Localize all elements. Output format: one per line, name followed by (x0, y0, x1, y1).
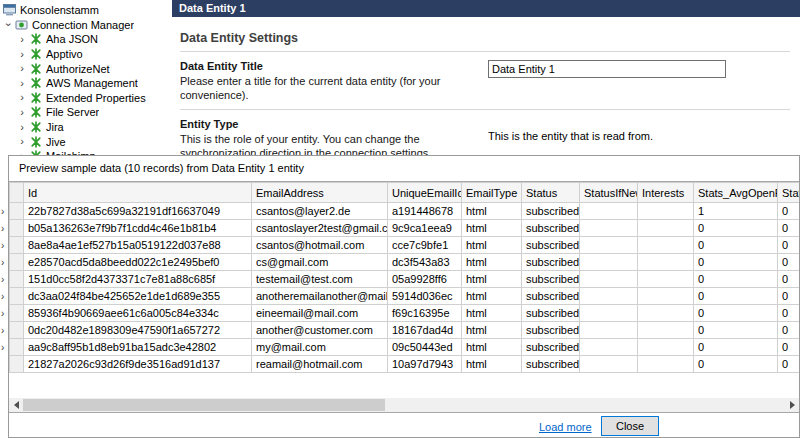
table-cell[interactable]: html (462, 356, 522, 373)
table-cell[interactable]: 0 (694, 339, 778, 356)
table-cell[interactable]: subscribed (522, 288, 580, 305)
tree-item-apptivo[interactable]: ›Apptivo (0, 47, 172, 62)
column-header-stats-avgopenrate[interactable]: Stats_AvgOpenRate (694, 183, 778, 203)
table-cell[interactable]: 0 (694, 220, 778, 237)
table-cell[interactable] (638, 305, 694, 322)
table-cell[interactable]: subscribed (522, 305, 580, 322)
column-header-statusifnew[interactable]: StatusIfNew (580, 183, 638, 203)
table-cell[interactable]: 0 (778, 254, 800, 271)
table-cell[interactable] (638, 339, 694, 356)
tree-item-file-server[interactable]: ›File Server (0, 105, 172, 120)
table-cell[interactable]: subscribed (522, 271, 580, 288)
table-cell[interactable]: csantos@layer2.de (252, 203, 388, 220)
table-cell[interactable]: csantoslayer2test@gmail.com (252, 220, 388, 237)
table-cell[interactable] (638, 322, 694, 339)
table-cell[interactable]: anotheremailanother@mail.com (252, 288, 388, 305)
chevron-right-icon[interactable]: › (16, 78, 28, 89)
table-cell[interactable] (580, 254, 638, 271)
tree-item-aws-management[interactable]: ›AWS Management (0, 76, 172, 91)
table-cell[interactable] (580, 305, 638, 322)
table-cell[interactable]: dc3aa024f84be425652e1de1d689e355 (24, 288, 252, 305)
table-cell[interactable]: 09c50443ed (388, 339, 462, 356)
table-cell[interactable]: 0 (778, 339, 800, 356)
table-cell[interactable]: 05a9928ff6 (388, 271, 462, 288)
tree-item-jive[interactable]: ›Jive (0, 134, 172, 149)
table-cell[interactable]: f69c16395e (388, 305, 462, 322)
table-cell[interactable] (638, 288, 694, 305)
table-cell[interactable] (580, 220, 638, 237)
table-cell[interactable]: 0 (694, 271, 778, 288)
chevron-right-icon[interactable]: › (16, 49, 28, 60)
column-header-interests[interactable]: Interests (638, 183, 694, 203)
tree-item-aha-json[interactable]: ›Aha JSON (0, 32, 172, 47)
chevron-right-icon[interactable]: › (16, 34, 28, 45)
chevron-expanded-icon[interactable]: › (3, 19, 14, 31)
table-cell[interactable]: 0 (778, 305, 800, 322)
table-cell[interactable]: 0 (778, 356, 800, 373)
column-header-id[interactable]: Id (24, 183, 252, 203)
table-cell[interactable]: 151d0cc58f2d4373371c7e81a88c685f (24, 271, 252, 288)
table-cell[interactable] (638, 356, 694, 373)
table-cell[interactable]: 0 (778, 271, 800, 288)
table-cell[interactable]: subscribed (522, 203, 580, 220)
table-cell[interactable] (638, 220, 694, 237)
table-cell[interactable]: 9c9ca1eea9 (388, 220, 462, 237)
table-cell[interactable] (580, 271, 638, 288)
table-cell[interactable]: html (462, 322, 522, 339)
table-cell[interactable]: 0 (778, 322, 800, 339)
table-cell[interactable]: subscribed (522, 339, 580, 356)
table-cell[interactable]: 21827a2026c93d26f9de3516ad91d137 (24, 356, 252, 373)
table-cell[interactable]: subscribed (522, 356, 580, 373)
row-header-cell[interactable] (10, 288, 24, 305)
table-cell[interactable]: html (462, 339, 522, 356)
table-cell[interactable]: testemail@test.com (252, 271, 388, 288)
table-cell[interactable]: html (462, 203, 522, 220)
table-cell[interactable]: 0 (778, 220, 800, 237)
row-header-cell[interactable] (10, 220, 24, 237)
table-cell[interactable] (638, 203, 694, 220)
column-header-emailaddress[interactable]: EmailAddress (252, 183, 388, 203)
table-cell[interactable]: 0 (778, 288, 800, 305)
load-more-link[interactable]: Load more (539, 421, 592, 433)
table-cell[interactable]: 0 (778, 203, 800, 220)
column-header-status[interactable]: Status (522, 183, 580, 203)
table-cell[interactable]: my@mail.com (252, 339, 388, 356)
table-cell[interactable]: 8ae8a4ae1ef527b15a0519122d037e88 (24, 237, 252, 254)
table-cell[interactable]: 22b7827d38a5c699a32191df16637049 (24, 203, 252, 220)
table-cell[interactable]: 0 (694, 237, 778, 254)
table-cell[interactable]: cce7c9bfe1 (388, 237, 462, 254)
scroll-left-button[interactable] (9, 398, 23, 412)
row-header-cell[interactable] (10, 271, 24, 288)
column-header-stats-avgclickrate[interactable]: Stats_AvgClickRate (778, 183, 800, 203)
table-cell[interactable]: html (462, 220, 522, 237)
column-header-emailtype[interactable]: EmailType (462, 183, 522, 203)
table-cell[interactable]: 5914d036ec (388, 288, 462, 305)
tree-item-konsolenstamm[interactable]: Konsolenstamm (0, 3, 172, 18)
table-cell[interactable] (638, 254, 694, 271)
chevron-right-icon[interactable]: › (16, 63, 28, 74)
row-header-cell[interactable] (10, 237, 24, 254)
table-cell[interactable]: 0 (694, 356, 778, 373)
table-cell[interactable]: csantos@hotmail.com (252, 237, 388, 254)
tree-item-jira[interactable]: ›Jira (0, 120, 172, 135)
table-cell[interactable]: html (462, 271, 522, 288)
table-cell[interactable]: 0dc20d482e1898309e47590f1a657272 (24, 322, 252, 339)
table-cell[interactable]: dc3f543a83 (388, 254, 462, 271)
table-cell[interactable] (580, 356, 638, 373)
tree-item-connection-manager[interactable]: › Connection Manager (0, 18, 172, 33)
row-header-cell[interactable] (10, 339, 24, 356)
row-header-cell[interactable] (10, 254, 24, 271)
table-cell[interactable]: subscribed (522, 220, 580, 237)
chevron-right-icon[interactable]: › (16, 92, 28, 103)
data-entity-title-input[interactable] (488, 60, 726, 78)
row-header-cell[interactable] (10, 356, 24, 373)
horizontal-scrollbar[interactable] (9, 398, 799, 412)
table-cell[interactable]: html (462, 305, 522, 322)
table-cell[interactable]: b05a136263e7f9b7f1cdd4c46e1b81b4 (24, 220, 252, 237)
scrollbar-thumb[interactable] (23, 399, 385, 411)
tree-item-extended-properties[interactable]: ›Extended Properties (0, 91, 172, 106)
table-cell[interactable]: e28570acd5da8beedd022c1e2495bef0 (24, 254, 252, 271)
table-cell[interactable]: 85936f4b90669aee61c6a005c84e334c (24, 305, 252, 322)
table-cell[interactable]: aa9c8aff95b1d8eb91ba15adc3e42802 (24, 339, 252, 356)
table-cell[interactable]: 0 (694, 322, 778, 339)
